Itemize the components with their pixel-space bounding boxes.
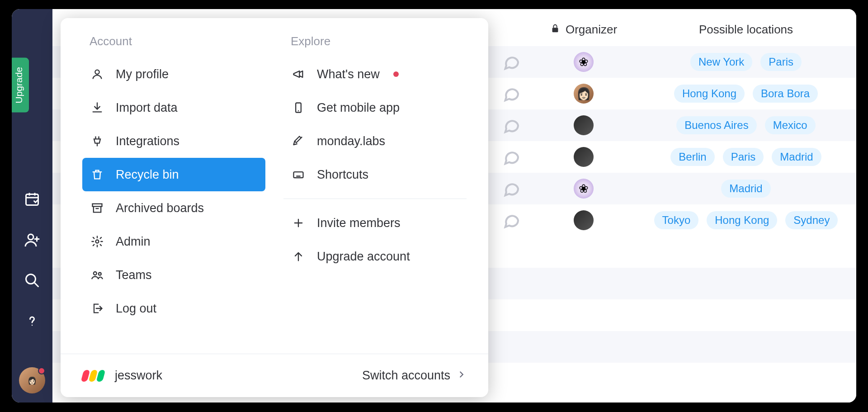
organizer-cell[interactable]: ❀ xyxy=(532,52,636,72)
avatar xyxy=(574,115,594,135)
upgrade-tab[interactable]: Upgrade xyxy=(12,58,29,113)
menu-label: What's new xyxy=(317,67,380,81)
menu-label: Get mobile app xyxy=(317,101,400,115)
calendar-icon[interactable] xyxy=(23,190,41,208)
location-tag[interactable]: Buenos Aires xyxy=(676,116,756,134)
menu-label: Recycle bin xyxy=(116,168,179,182)
explore-column: Explore What's new Get mobile app monday… xyxy=(274,34,476,345)
svg-rect-12 xyxy=(294,172,303,178)
help-icon[interactable] xyxy=(23,312,41,330)
menu-shortcuts[interactable]: Shortcuts xyxy=(283,158,467,191)
menu-upgrade-account[interactable]: Upgrade account xyxy=(283,240,467,273)
chat-icon[interactable] xyxy=(491,85,532,103)
menu-my-profile[interactable]: My profile xyxy=(82,57,265,91)
organizer-cell[interactable] xyxy=(532,147,636,167)
location-tag[interactable]: Hong Kong xyxy=(707,211,777,229)
notification-dot-icon xyxy=(393,71,399,77)
locations-cell: Buenos AiresMexico xyxy=(636,116,856,134)
svg-rect-6 xyxy=(93,204,102,207)
menu-integrations[interactable]: Integrations xyxy=(82,124,265,158)
menu-import-data[interactable]: Import data xyxy=(82,91,265,124)
menu-invite-members[interactable]: Invite members xyxy=(283,206,467,240)
svg-point-5 xyxy=(95,70,99,74)
locations-cell: New YorkParis xyxy=(636,53,856,71)
location-tag[interactable]: Berlin xyxy=(670,148,714,166)
svg-point-8 xyxy=(94,272,97,275)
archive-icon xyxy=(90,201,104,215)
avatar xyxy=(574,210,594,230)
menu-whats-new[interactable]: What's new xyxy=(283,57,467,91)
menu-label: Shortcuts xyxy=(317,168,368,182)
app-frame: Upgrade 👩🏻 xyxy=(12,9,856,403)
location-tag[interactable]: Madrid xyxy=(721,180,770,198)
menu-label: monday.labs xyxy=(317,134,385,148)
chat-icon[interactable] xyxy=(491,53,532,71)
lock-icon xyxy=(550,23,560,37)
chat-icon[interactable] xyxy=(491,211,532,229)
monday-logo-icon xyxy=(82,370,104,382)
svg-point-9 xyxy=(99,273,101,275)
menu-recycle-bin[interactable]: Recycle bin xyxy=(82,158,265,191)
location-tag[interactable]: Hong Kong xyxy=(674,85,745,103)
invite-user-icon[interactable] xyxy=(23,231,41,249)
menu-label: Admin xyxy=(116,235,151,249)
location-tag[interactable]: Bora Bora xyxy=(753,85,818,103)
profile-icon xyxy=(90,67,104,81)
chevron-right-icon xyxy=(457,369,467,383)
locations-cell: TokyoHong KongSydney xyxy=(636,211,856,229)
trash-icon xyxy=(90,168,104,181)
workspace-label[interactable]: jesswork xyxy=(82,369,162,383)
labs-icon xyxy=(292,134,305,148)
menu-monday-labs[interactable]: monday.labs xyxy=(283,124,467,158)
chat-icon[interactable] xyxy=(491,180,532,198)
location-tag[interactable]: Madrid xyxy=(772,148,821,166)
menu-label: Invite members xyxy=(317,216,401,230)
organizer-cell[interactable]: 👩🏻 xyxy=(532,84,636,104)
arrow-up-icon xyxy=(292,250,305,263)
teams-icon xyxy=(90,268,104,282)
column-locations-header: Possible locations xyxy=(636,23,856,37)
account-header: Account xyxy=(82,34,265,48)
menu-archived-boards[interactable]: Archived boards xyxy=(82,191,265,225)
avatar: 👩🏻 xyxy=(574,84,594,104)
avatar: ❀ xyxy=(574,179,594,199)
location-tag[interactable]: Paris xyxy=(760,53,802,71)
svg-rect-0 xyxy=(26,194,38,205)
logout-icon xyxy=(90,302,104,315)
column-organizer-header: Organizer xyxy=(532,23,636,37)
menu-admin[interactable]: Admin xyxy=(82,225,265,258)
download-icon xyxy=(90,101,104,114)
notification-dot-icon xyxy=(38,367,45,374)
organizer-cell[interactable] xyxy=(532,115,636,135)
account-dropdown: Account My profile Import data Integrati… xyxy=(61,18,488,397)
menu-label: Log out xyxy=(116,302,156,316)
avatar: ❀ xyxy=(574,52,594,72)
chat-icon[interactable] xyxy=(491,148,532,166)
locations-cell: BerlinParisMadrid xyxy=(636,148,856,166)
location-tag[interactable]: New York xyxy=(690,53,752,71)
location-tag[interactable]: Tokyo xyxy=(654,211,699,229)
location-tag[interactable]: Sydney xyxy=(785,211,838,229)
svg-point-7 xyxy=(96,240,99,243)
organizer-cell[interactable]: ❀ xyxy=(532,179,636,199)
menu-teams[interactable]: Teams xyxy=(82,258,265,292)
svg-point-11 xyxy=(298,110,299,111)
menu-label: Upgrade account xyxy=(317,250,410,264)
chat-icon[interactable] xyxy=(491,116,532,134)
location-tag[interactable]: Mexico xyxy=(765,116,816,134)
location-tag[interactable]: Paris xyxy=(723,148,764,166)
search-icon[interactable] xyxy=(23,271,41,289)
account-column: Account My profile Import data Integrati… xyxy=(73,34,274,345)
menu-logout[interactable]: Log out xyxy=(82,292,265,325)
plus-icon xyxy=(292,216,305,230)
locations-cell: Hong KongBora Bora xyxy=(636,85,856,103)
user-avatar[interactable]: 👩🏻 xyxy=(19,367,45,393)
menu-get-mobile-app[interactable]: Get mobile app xyxy=(283,91,467,124)
megaphone-icon xyxy=(292,67,305,81)
plug-icon xyxy=(90,134,104,148)
menu-label: My profile xyxy=(116,67,169,81)
switch-accounts[interactable]: Switch accounts xyxy=(362,369,467,383)
svg-point-1 xyxy=(28,234,33,240)
svg-rect-4 xyxy=(552,28,558,32)
organizer-cell[interactable] xyxy=(532,210,636,230)
